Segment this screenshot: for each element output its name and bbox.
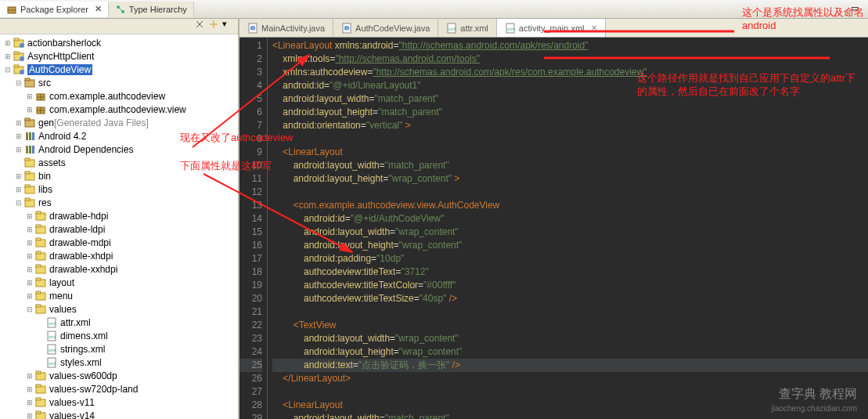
code-line[interactable]: authcodeview:titleTextSize="40sp" /> — [272, 292, 868, 305]
code-line[interactable]: android:id="@+id/AuthCodeView" — [272, 212, 868, 226]
twisty-icon[interactable]: ⊟ — [3, 66, 13, 74]
tree-node[interactable]: ⊞drawable-ldpi — [3, 222, 238, 236]
close-icon[interactable]: ✕ — [92, 4, 102, 14]
tree-node[interactable]: ⊞actionbarsherlock — [3, 36, 238, 49]
twisty-icon[interactable]: ⊞ — [25, 252, 34, 260]
tree-node[interactable]: ⊞bin — [3, 169, 238, 182]
code-line[interactable] — [272, 186, 868, 199]
editor-tab[interactable]: JAuthCodeView.java — [333, 19, 438, 37]
code-line[interactable] — [272, 132, 868, 146]
code-line[interactable]: xmlns:authcodeview="http://schemas.andro… — [272, 66, 868, 79]
tree-node[interactable]: xmlstyles.xml — [3, 356, 238, 369]
menu-icon[interactable]: ▾ — [222, 19, 235, 31]
code-line[interactable]: <TextView — [272, 319, 868, 332]
tree-node[interactable]: ⊞Android 4.2 — [3, 129, 238, 143]
svg-rect-37 — [25, 198, 30, 200]
editor-tab[interactable]: xmlactivity_main.xml✕ — [497, 19, 606, 37]
tab-package-explorer[interactable]: Package Explorer ✕ — [0, 2, 109, 17]
tree-node[interactable]: assets — [3, 156, 238, 169]
code-line[interactable] — [272, 305, 868, 319]
svg-rect-25 — [29, 132, 31, 140]
code-line[interactable]: android:layout_width="match_parent" — [272, 159, 868, 172]
tree-node[interactable]: ⊞layout — [3, 276, 238, 289]
twisty-icon[interactable]: ⊟ — [14, 79, 23, 87]
code-line[interactable]: <LinearLayout xmlns:android="http://sche… — [272, 39, 868, 52]
tree-node[interactable]: ⊟AuthCodeView — [3, 63, 238, 76]
link-icon[interactable] — [208, 19, 221, 31]
code-line[interactable]: <LinearLayout — [272, 146, 868, 159]
code-line[interactable]: authcodeview:titleText="3712" — [272, 265, 868, 279]
code-line[interactable]: <com.example.authcodeview.view.AuthCodeV… — [272, 199, 868, 212]
tree-node[interactable]: ⊞drawable-hdpi — [3, 209, 238, 222]
twisty-icon[interactable]: ⊞ — [25, 385, 34, 393]
tree-node[interactable]: ⊞values-v11 — [3, 396, 238, 409]
collapse-icon[interactable] — [194, 19, 207, 31]
code-line[interactable]: android:id="@+id/LinearLayout1" — [272, 79, 868, 92]
twisty-icon[interactable]: ⊞ — [14, 132, 23, 140]
twisty-icon[interactable]: ⊞ — [3, 39, 13, 47]
tree-node[interactable]: ⊟res — [3, 196, 238, 209]
twisty-icon[interactable]: ⊞ — [14, 172, 23, 180]
twisty-icon[interactable]: ⊞ — [25, 239, 34, 247]
twisty-icon[interactable]: ⊟ — [25, 305, 34, 313]
twisty-icon[interactable]: ⊞ — [25, 412, 34, 420]
code-line[interactable]: android:layout_height="wrap_content" — [272, 239, 868, 252]
twisty-icon[interactable]: ⊞ — [25, 279, 34, 287]
tree-node[interactable]: xmlstrings.xml — [3, 342, 238, 356]
editor-tab[interactable]: xmlattr.xml — [438, 19, 496, 37]
twisty-icon[interactable]: ⊟ — [14, 199, 23, 207]
code-line[interactable]: android:layout_height="wrap_content" — [272, 345, 868, 359]
project-tree[interactable]: ⊞actionbarsherlock⊞AsyncHttpClient⊟AuthC… — [0, 34, 238, 419]
code-body[interactable]: <LinearLayout xmlns:android="http://sche… — [268, 38, 868, 419]
code-line[interactable]: android:text="点击验证码，换一张" /> — [272, 359, 868, 372]
tree-node[interactable]: xmldimens.xml — [3, 329, 238, 342]
tree-node[interactable]: ⊞libs — [3, 182, 238, 196]
code-line[interactable]: android:padding="10dp" — [272, 252, 868, 265]
tree-node[interactable]: ⊞menu — [3, 289, 238, 302]
code-line[interactable]: android:layout_width="match_parent" — [272, 92, 868, 106]
code-line[interactable]: authcodeview:titleTextColor="#00ffff" — [272, 279, 868, 292]
svg-rect-23 — [25, 118, 30, 121]
tree-node[interactable]: ⊞drawable-mdpi — [3, 236, 238, 249]
code-editor[interactable]: 1234567891011121314151617181920212223242… — [240, 38, 868, 419]
twisty-icon[interactable]: ⊞ — [25, 292, 34, 300]
code-line[interactable]: android:layout_height="wrap_content" > — [272, 172, 868, 186]
editor-tab[interactable]: JMainActivity.java — [240, 19, 333, 37]
tree-node[interactable]: ⊞drawable-xhdpi — [3, 249, 238, 262]
twisty-icon[interactable]: ⊞ — [25, 92, 34, 100]
tree-node[interactable]: ⊞com.example.authcodeview — [3, 89, 238, 103]
tree-node[interactable]: ⊞values-sw600dp — [3, 369, 238, 382]
close-icon[interactable]: ✕ — [588, 23, 597, 32]
svg-rect-63 — [36, 371, 41, 374]
tree-node[interactable]: ⊞AsyncHttpClient — [3, 49, 238, 63]
svg-rect-33 — [25, 172, 30, 174]
twisty-icon[interactable]: ⊞ — [25, 399, 34, 406]
minimize-icon[interactable]: ▭ — [851, 3, 863, 16]
code-line[interactable]: android:layout_width="wrap_content" — [272, 226, 868, 239]
twisty-icon[interactable]: ⊞ — [14, 119, 23, 127]
code-line[interactable]: </LinearLayout> — [272, 372, 868, 385]
tab-type-hierarchy[interactable]: Type Hierarchy — [109, 2, 194, 17]
tree-node[interactable]: ⊟values — [3, 302, 238, 316]
twisty-icon[interactable]: ⊞ — [14, 146, 23, 154]
tree-node[interactable]: xmlattr.xml — [3, 316, 238, 329]
tree-node[interactable]: ⊞com.example.authcodeview.view — [3, 103, 238, 116]
code-line[interactable]: android:layout_width="wrap_content" — [272, 332, 868, 345]
twisty-icon[interactable]: ⊞ — [25, 372, 34, 380]
twisty-icon[interactable]: ⊞ — [14, 186, 23, 193]
tree-node[interactable]: ⊞Android Dependencies — [3, 143, 238, 156]
twisty-icon[interactable]: ⊞ — [25, 226, 34, 233]
code-line[interactable]: android:layout_height="match_parent" — [272, 106, 868, 119]
twisty-icon[interactable]: ⊞ — [25, 265, 34, 273]
tree-node[interactable]: ⊞values-sw720dp-land — [3, 382, 238, 396]
code-line[interactable]: xmlns:tools="http://schemas.android.com/… — [272, 52, 868, 66]
tree-node[interactable]: ⊞values-v14 — [3, 409, 238, 419]
tree-node[interactable]: ⊟src — [3, 76, 238, 89]
tree-node[interactable]: ⊞drawable-xxhdpi — [3, 262, 238, 276]
twisty-icon[interactable]: ⊞ — [3, 52, 13, 60]
tree-label: com.example.authcodeview — [49, 91, 165, 102]
twisty-icon[interactable]: ⊞ — [25, 212, 34, 220]
tree-node[interactable]: ⊞gen [Generated Java Files] — [3, 116, 238, 129]
twisty-icon[interactable]: ⊞ — [25, 106, 34, 114]
code-line[interactable]: android:orientation="vertical" > — [272, 119, 868, 132]
